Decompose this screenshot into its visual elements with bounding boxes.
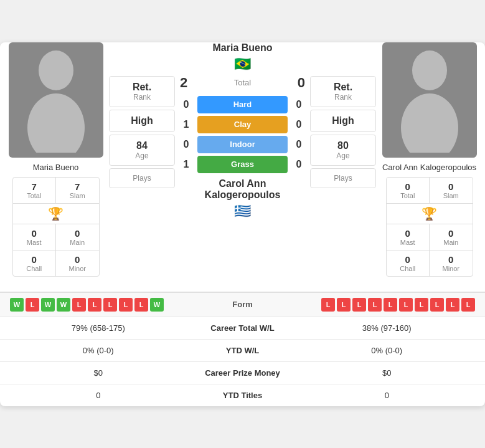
left-minor-val: 0: [57, 254, 98, 265]
right-form-badge-5: L: [384, 298, 397, 312]
right-rank-lbl: Rank: [334, 93, 352, 102]
left-form-badge-7: L: [103, 298, 117, 312]
right-form-badge-2: L: [337, 298, 351, 312]
right-minor-cell: 0 Minor: [430, 250, 473, 276]
right-main-lbl: Main: [443, 239, 458, 246]
clay-btn: Clay: [197, 116, 288, 133]
right-form-badge-8: L: [430, 298, 444, 312]
left-form-badge-1: W: [10, 298, 24, 312]
right-form-badge-6: L: [399, 298, 413, 312]
career-total-right: 38% (97-160): [299, 323, 476, 333]
right-rank-val: Ret.: [334, 82, 352, 93]
left-mast-cell: 0 Mast: [13, 224, 57, 250]
right-main-cell: 0 Main: [430, 224, 473, 250]
left-minor-lbl: Minor: [68, 265, 86, 272]
right-form-badge-4: L: [368, 298, 382, 312]
right-player-photo: [382, 42, 477, 158]
left-minor-cell: 0 Minor: [56, 250, 99, 276]
right-player-header: Carol Ann Kalogeropoulos 🇬🇷: [180, 178, 305, 219]
left-chall-val: 0: [14, 254, 55, 265]
right-age-val: 80: [337, 140, 349, 151]
svg-point-0: [39, 50, 73, 90]
right-main-val: 0: [431, 228, 471, 239]
left-plays-row: Plays: [110, 169, 174, 188]
left-player-column: Maria Bueno 7 Total 7 Slam 🏆: [0, 42, 109, 287]
left-total-cell: 7 Total: [13, 178, 57, 203]
right-total-score: 0: [298, 75, 305, 91]
hard-right-score: 0: [293, 99, 305, 110]
left-stats-col: Ret. Rank High 84 Age Plays: [109, 42, 177, 287]
match-comparison-card: Maria Bueno 7 Total 7 Slam 🏆: [0, 42, 485, 406]
right-player-column: Carol Ann Kalogeropoulos 0 Total 0 Slam …: [376, 42, 485, 287]
ytd-wl-row: 0% (0-0) YTD W/L 0% (0-0): [0, 340, 485, 362]
right-mast-val: 0: [388, 228, 428, 239]
right-age-row: 80 Age: [311, 135, 375, 165]
left-age-row: 84 Age: [110, 135, 174, 165]
grass-right-score: 0: [293, 159, 305, 170]
right-total-val: 0: [388, 181, 428, 192]
left-age-lbl: Age: [135, 151, 148, 160]
left-form-badge-9: L: [134, 298, 148, 312]
left-form-badge-8: L: [119, 298, 133, 312]
right-minor-val: 0: [431, 254, 471, 265]
right-mast-cell: 0 Mast: [387, 224, 430, 250]
indoor-btn: Indoor: [197, 136, 288, 153]
ytd-titles-label: YTD Titles: [187, 391, 299, 400]
right-slam-val: 0: [431, 181, 471, 192]
clay-left-score: 1: [180, 119, 192, 130]
ytd-titles-right: 0: [299, 391, 476, 400]
left-form-badge-2: L: [26, 298, 39, 312]
right-age-lbl: Age: [336, 151, 349, 160]
left-player-name: Maria Bueno: [33, 163, 79, 172]
left-rank-row: Ret. Rank: [110, 77, 174, 107]
hard-row: 0 Hard 0: [180, 96, 305, 113]
left-form-badge-10: W: [150, 298, 164, 312]
prize-money-right: $0: [299, 368, 476, 378]
ytd-wl-label: YTD W/L: [187, 346, 299, 355]
left-trophy-icon: 🏆: [48, 206, 64, 221]
career-total-left: 79% (658-175): [10, 323, 187, 333]
right-form-badges: L L L L L L L L L L: [280, 298, 476, 312]
indoor-left-score: 0: [180, 139, 192, 150]
grass-btn: Grass: [197, 156, 288, 173]
prize-money-left: $0: [10, 368, 187, 378]
right-age-block: 80 Age: [310, 135, 376, 166]
left-player-header: Maria Bueno 🇧🇷: [180, 42, 305, 72]
center-column: Maria Bueno 🇧🇷 2 Total 0 0 Hard 0 1: [177, 42, 308, 287]
surface-rows: 0 Hard 0 1 Clay 0 0 Indoor 0: [180, 96, 305, 173]
right-titles-block: 0 Total 0 Slam 🏆 0 Mast: [386, 177, 473, 277]
bottom-section: W L W W L L L L L W Form L L L L L L L L: [0, 292, 485, 406]
left-total-lbl: Total: [27, 192, 41, 199]
ytd-wl-left: 0% (0-0): [10, 346, 187, 355]
left-form-badge-3: W: [41, 298, 55, 312]
right-high-val: High: [332, 115, 354, 126]
clay-right-score: 0: [293, 119, 305, 130]
right-trophy-icon: 🏆: [421, 206, 437, 221]
hard-left-score: 0: [180, 99, 192, 110]
left-age-block: 84 Age: [109, 135, 175, 166]
left-plays-block: Plays: [109, 168, 175, 188]
ytd-titles-left: 0: [10, 391, 187, 400]
form-row: W L W W L L L L L W Form L L L L L L L L: [0, 293, 485, 317]
left-player-photo: [9, 42, 103, 158]
ytd-wl-right: 0% (0-0): [299, 346, 476, 355]
right-chall-val: 0: [388, 254, 428, 265]
left-rank-lbl: Rank: [133, 93, 151, 102]
indoor-right-score: 0: [293, 139, 305, 150]
left-main-val: 0: [57, 228, 98, 239]
right-mast-lbl: Mast: [400, 239, 415, 246]
left-slam-val: 7: [57, 181, 98, 192]
right-high-block: High: [310, 110, 376, 132]
right-form-badge-10: L: [461, 298, 475, 312]
right-rank-block: Ret. Rank: [310, 76, 376, 107]
left-total-score: 2: [180, 75, 187, 91]
left-age-val: 84: [136, 140, 148, 151]
left-flag: 🇧🇷: [234, 56, 251, 72]
right-high-row: High: [311, 110, 375, 131]
grass-left-score: 1: [180, 159, 192, 170]
clay-row: 1 Clay 0: [180, 116, 305, 133]
right-slam-lbl: Slam: [443, 192, 459, 199]
right-form-badge-3: L: [352, 298, 366, 312]
right-plays-lbl: Plays: [334, 174, 352, 183]
right-rank-row: Ret. Rank: [311, 77, 375, 107]
